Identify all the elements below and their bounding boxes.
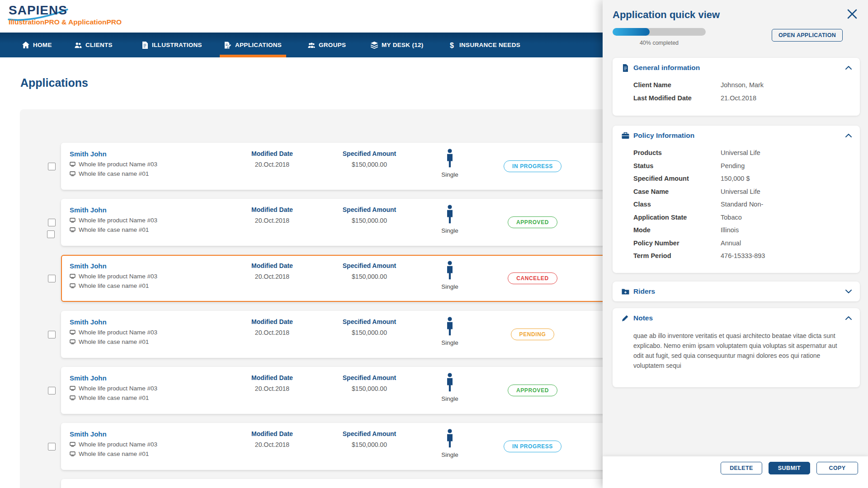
product-name: Whole life product Name #03 — [79, 441, 157, 448]
nav-item-illustrations[interactable]: ILLUSTRATIONS — [137, 33, 207, 57]
field-value: Johnson, Mark — [721, 79, 851, 92]
nav-item-clients[interactable]: CLIENTS — [70, 33, 117, 57]
close-icon[interactable] — [847, 9, 857, 19]
row-checkbox[interactable] — [48, 387, 56, 394]
modified-date-label: Modified Date — [236, 262, 308, 269]
policy-information-card: Policy Information Products Universal Li… — [613, 126, 860, 273]
open-application-button[interactable]: OPEN APPLICATION — [772, 29, 843, 42]
field-label: Specified Amount — [633, 172, 721, 185]
chevron-up-icon[interactable] — [845, 66, 852, 70]
case-name: Whole life case name #01 — [79, 282, 149, 289]
detail-field-row: Products Universal Life — [633, 146, 851, 160]
specified-amount-label: Specified Amount — [329, 318, 410, 325]
case-name: Whole life case name #01 — [79, 338, 149, 345]
row-checkbox[interactable] — [48, 443, 56, 450]
field-label: Class — [633, 198, 721, 211]
case-name: Whole life case name #01 — [79, 450, 149, 457]
modified-date-label: Modified Date — [236, 150, 308, 157]
case-name: Whole life case name #01 — [79, 394, 149, 401]
delete-application-button[interactable]: DELETE — [721, 462, 762, 474]
modified-date-label: Modified Date — [236, 430, 308, 437]
progress-label: 40% completed — [613, 40, 706, 46]
person-icon — [445, 148, 455, 168]
folder-plus-icon — [622, 288, 629, 295]
field-value: Standard Non- — [721, 198, 851, 211]
status-badge: PENDING — [511, 328, 555, 340]
status-badge: CANCELED — [508, 272, 557, 284]
field-label: Mode — [633, 224, 721, 237]
specified-amount-label: Specified Amount — [329, 374, 410, 381]
person-icon — [445, 428, 455, 448]
nav-item-home[interactable]: HOME — [18, 33, 57, 57]
party-label: Single — [427, 339, 472, 346]
application-screen: SAPIENS IllustrationPRO & ApplicationPRO… — [0, 0, 868, 488]
nav-item-my-desk-12[interactable]: MY DESK (12) — [366, 33, 428, 57]
party-label: Single — [427, 171, 472, 178]
chevron-up-icon[interactable] — [845, 134, 852, 137]
general-information-header[interactable]: General information — [613, 58, 860, 78]
person-icon — [445, 316, 455, 336]
submit-application-button[interactable]: SUBMIT — [769, 462, 810, 474]
status-badge: APPROVED — [508, 216, 557, 228]
notes-header[interactable]: Notes — [613, 308, 860, 328]
case-icon — [70, 227, 75, 232]
specified-amount-value: $150,000.00 — [329, 441, 410, 448]
client-name-link[interactable]: Smith John — [70, 318, 107, 326]
product-name: Whole life product Name #03 — [79, 273, 157, 280]
riders-card: Riders — [613, 282, 860, 301]
specified-amount-value: $150,000.00 — [329, 385, 410, 392]
row-checkbox[interactable] — [48, 219, 56, 226]
modified-date-value: 20.Oct.2018 — [236, 273, 308, 280]
detail-field-row: Class Standard Non- — [633, 198, 851, 211]
chevron-up-icon[interactable] — [845, 316, 852, 320]
notes-text: quae ab illo inventore veritatis et quas… — [633, 331, 839, 371]
section-title: Notes — [633, 314, 653, 322]
row-checkbox[interactable] — [48, 275, 56, 282]
field-value: Annual — [721, 237, 851, 250]
illustrations-icon — [141, 42, 148, 49]
field-label: Term Period — [633, 249, 721, 263]
my-desk-icon — [371, 42, 378, 49]
riders-header[interactable]: Riders — [613, 282, 860, 301]
client-name-link[interactable]: Smith John — [70, 374, 107, 382]
policy-fields: Products Universal Life Status Pending S… — [613, 145, 860, 263]
modified-date-value: 20.Oct.2018 — [236, 161, 308, 168]
modified-date-value: 20.Oct.2018 — [236, 385, 308, 392]
copy-application-button[interactable]: COPY — [816, 462, 858, 474]
specified-amount-value: $150,000.00 — [329, 329, 410, 336]
field-value: Illinois — [721, 224, 851, 237]
detail-field-row: Application State Tobaco — [633, 211, 851, 224]
product-icon — [70, 442, 75, 447]
field-label: Status — [633, 160, 721, 173]
client-name-link[interactable]: Smith John — [70, 430, 107, 438]
client-name-link[interactable]: Smith John — [70, 150, 107, 158]
party-label: Single — [427, 227, 472, 234]
party-label: Single — [427, 451, 472, 458]
specified-amount-label: Specified Amount — [329, 150, 410, 157]
field-value: 150,000 $ — [721, 172, 851, 185]
row-checkbox[interactable] — [48, 331, 56, 338]
client-name-link[interactable]: Smith John — [70, 262, 107, 270]
field-value: Pending — [721, 160, 851, 173]
specified-amount-label: Specified Amount — [329, 262, 410, 269]
nav-item-insurance-needs[interactable]: $ INSURANCE NEEDS — [444, 33, 525, 57]
person-icon — [445, 372, 455, 392]
status-badge: IN PROGRESS — [504, 441, 561, 452]
nav-item-groups[interactable]: GROUPS — [303, 33, 350, 57]
modified-date-value: 20.Oct.2018 — [236, 217, 308, 224]
detail-field-row: Policy Number Annual — [633, 237, 851, 250]
client-name-link[interactable]: Smith John — [70, 206, 107, 214]
case-icon — [70, 451, 75, 456]
product-name: Whole life product Name #03 — [79, 217, 157, 224]
field-value: 21.Oct.2018 — [721, 92, 851, 105]
detail-field-row: Status Pending — [633, 160, 851, 173]
specified-amount-value: $150,000.00 — [329, 217, 410, 224]
nav-item-applications[interactable]: APPLICATIONS — [220, 33, 286, 57]
briefcase-icon — [622, 132, 629, 139]
policy-information-header[interactable]: Policy Information — [613, 126, 860, 145]
row-checkbox[interactable] — [48, 163, 56, 170]
specified-amount-label: Specified Amount — [329, 430, 410, 437]
chevron-down-icon[interactable] — [845, 290, 852, 293]
case-name: Whole life case name #01 — [79, 226, 149, 233]
field-label: Products — [633, 146, 721, 160]
